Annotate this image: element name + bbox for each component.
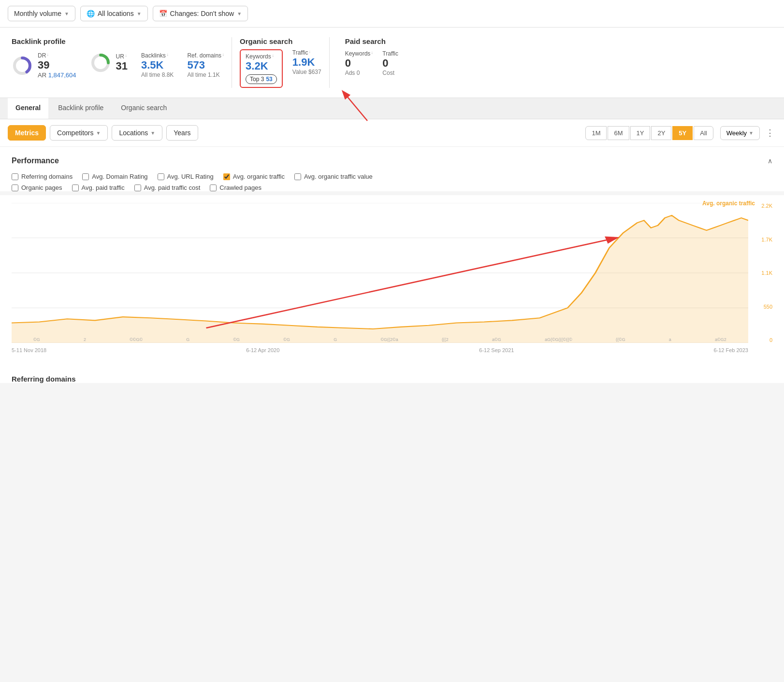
organic-search-section: Organic search Keywords ⁱ 3.2K Top 3 53 … bbox=[240, 37, 321, 88]
dr-metric: DR ⁱ 39 AR 1,847,604 bbox=[12, 52, 76, 79]
keywords-value: 3.2K bbox=[246, 60, 277, 72]
paid-keywords-metric: Keywords ⁱ 0 Ads 0 bbox=[345, 50, 373, 76]
time-all-button[interactable]: All bbox=[694, 126, 713, 140]
ref-domains-metric: Ref. domains ⁱ 573 All time 1.1K bbox=[187, 52, 224, 78]
time-buttons: 1M 6M 1Y 2Y 5Y All bbox=[585, 126, 713, 140]
chart-inner: ©G2©©G©G©G©GG©G((2©a(((2a©GaG(©G(((©((©(… bbox=[12, 203, 748, 343]
checkbox-crawled-pages[interactable]: Crawled pages bbox=[210, 184, 261, 191]
tab-organic-search[interactable]: Organic search bbox=[113, 98, 174, 119]
paid-ads: Ads 0 bbox=[345, 70, 360, 76]
keywords-label: Keywords ⁱ bbox=[246, 53, 277, 60]
ref-domains-label: Ref. domains ⁱ bbox=[187, 52, 224, 59]
chart-container: 2.2K 1.7K 1.1K 550 0 bbox=[12, 203, 772, 357]
ur-donut-chart bbox=[90, 52, 111, 73]
keywords-info-icon[interactable]: ⁱ bbox=[273, 54, 274, 59]
chevron-down-icon: ▼ bbox=[237, 11, 242, 16]
x-labels: 5-11 Nov 2018 6-12 Apr 2020 6-12 Sep 202… bbox=[12, 343, 748, 357]
performance-title: Performance bbox=[12, 156, 59, 165]
backlinks-metric: Backlinks ⁱ 3.5K All time 8.8K bbox=[141, 52, 174, 78]
organic-search-title: Organic search bbox=[240, 37, 321, 45]
tab-general[interactable]: General bbox=[8, 98, 48, 119]
weekly-button[interactable]: Weekly ▼ bbox=[720, 126, 760, 140]
checkbox-avg-organic-traffic-value[interactable]: Avg. organic traffic value bbox=[294, 173, 373, 180]
organic-traffic-value: 1.9K bbox=[292, 56, 315, 69]
paid-keywords-label: Keywords ⁱ bbox=[345, 50, 373, 57]
x-label-nov2018: 5-11 Nov 2018 bbox=[12, 347, 46, 353]
toolbar: Monthly volume ▼ 🌐 All locations ▼ 📅 Cha… bbox=[0, 0, 784, 28]
ur-label: UR ⁱ bbox=[116, 53, 128, 60]
paid-search-section: Paid search Keywords ⁱ 0 Ads 0 Traffic 0… bbox=[337, 37, 406, 76]
checkbox-avg-organic-traffic[interactable]: Avg. organic traffic bbox=[223, 173, 285, 180]
changes-button[interactable]: 📅 Changes: Don't show ▼ bbox=[153, 6, 248, 21]
chart-fill bbox=[12, 215, 748, 343]
checkbox-avg-url-rating[interactable]: Avg. URL Rating bbox=[158, 173, 214, 180]
summary-panel: Backlink profile DR ⁱ 39 AR 1,847,604 bbox=[0, 28, 784, 98]
x-label-feb2023: 6-12 Feb 2023 bbox=[713, 347, 748, 353]
time-5y-button[interactable]: 5Y bbox=[672, 126, 693, 140]
competitors-chevron-icon: ▼ bbox=[96, 130, 101, 136]
checkbox-referring-domains[interactable]: Referring domains bbox=[12, 173, 73, 180]
paid-traffic-label: Traffic bbox=[382, 50, 398, 57]
section-divider-2 bbox=[329, 37, 330, 88]
ur-metric: UR ⁱ 31 bbox=[90, 52, 128, 73]
referring-domains-section: Referring domains bbox=[0, 367, 784, 383]
filter-bar: Metrics Competitors ▼ Locations ▼ Years … bbox=[0, 119, 784, 147]
ref-domains-alltime: All time 1.1K bbox=[187, 71, 219, 78]
backlink-metrics-row: DR ⁱ 39 AR 1,847,604 UR bbox=[12, 52, 224, 79]
checkbox-avg-paid-traffic-cost[interactable]: Avg. paid traffic cost bbox=[134, 184, 201, 191]
dr-donut-chart bbox=[12, 55, 33, 76]
monthly-volume-label: Monthly volume bbox=[14, 10, 61, 17]
section-divider bbox=[232, 37, 232, 88]
years-button[interactable]: Years bbox=[166, 125, 198, 141]
competitors-button[interactable]: Competitors ▼ bbox=[50, 125, 108, 141]
ref-domains-info-icon[interactable]: ⁱ bbox=[223, 53, 224, 58]
time-2y-button[interactable]: 2Y bbox=[651, 126, 671, 140]
tabs-row: General Backlink profile Organic search bbox=[0, 98, 784, 119]
checkboxes-row-1: Referring domains Avg. Domain Rating Avg… bbox=[12, 173, 772, 180]
paid-traffic-value: 0 bbox=[382, 57, 388, 70]
ref-domains-value: 573 bbox=[187, 59, 205, 71]
more-options-button[interactable]: ⋮ bbox=[764, 126, 776, 140]
paid-keywords-info-icon[interactable]: ⁱ bbox=[372, 51, 373, 57]
y-label-2200: 2.2K bbox=[761, 203, 772, 209]
backlink-profile-section: Backlink profile DR ⁱ 39 AR 1,847,604 bbox=[12, 37, 224, 79]
monthly-volume-button[interactable]: Monthly volume ▼ bbox=[8, 6, 75, 21]
ur-info-icon[interactable]: ⁱ bbox=[126, 54, 127, 59]
top3-badge: Top 3 53 bbox=[246, 74, 277, 84]
time-1y-button[interactable]: 1Y bbox=[630, 126, 651, 140]
locations-chevron-icon: ▼ bbox=[150, 130, 155, 136]
weekly-chevron-icon: ▼ bbox=[749, 130, 754, 136]
changes-label: Changes: Don't show bbox=[170, 10, 234, 17]
checkboxes-row-2: Organic pages Avg. paid traffic Avg. pai… bbox=[12, 184, 772, 191]
checkbox-avg-paid-traffic[interactable]: Avg. paid traffic bbox=[72, 184, 125, 191]
backlink-profile-title: Backlink profile bbox=[12, 37, 224, 45]
locations-button[interactable]: Locations ▼ bbox=[112, 125, 162, 141]
chevron-down-icon: ▼ bbox=[64, 11, 69, 16]
checkbox-organic-pages[interactable]: Organic pages bbox=[12, 184, 62, 191]
y-label-1700: 1.7K bbox=[761, 237, 772, 242]
top3-value: 53 bbox=[266, 76, 272, 83]
y-label-0: 0 bbox=[769, 337, 772, 343]
all-locations-button[interactable]: 🌐 All locations ▼ bbox=[80, 6, 148, 21]
paid-search-title: Paid search bbox=[345, 37, 398, 45]
calendar-icon: 📅 bbox=[159, 10, 167, 17]
time-1m-button[interactable]: 1M bbox=[585, 126, 607, 140]
collapse-icon[interactable]: ∧ bbox=[768, 157, 772, 165]
dr-values: DR ⁱ 39 AR 1,847,604 bbox=[38, 52, 76, 79]
referring-domains-title: Referring domains bbox=[12, 375, 76, 383]
backlinks-info-icon[interactable]: ⁱ bbox=[167, 53, 168, 58]
all-locations-label: All locations bbox=[98, 10, 134, 17]
dr-info-icon[interactable]: ⁱ bbox=[47, 53, 48, 58]
organic-traffic-info-icon[interactable]: ⁱ bbox=[309, 50, 310, 56]
metrics-button[interactable]: Metrics bbox=[8, 125, 46, 141]
paid-traffic-metric: Traffic 0 Cost bbox=[382, 50, 398, 76]
chevron-down-icon: ▼ bbox=[137, 11, 142, 16]
dr-value: 39 bbox=[38, 59, 76, 71]
top3-label: Top 3 bbox=[250, 76, 264, 83]
checkbox-avg-domain-rating[interactable]: Avg. Domain Rating bbox=[82, 173, 147, 180]
tab-backlink-profile[interactable]: Backlink profile bbox=[50, 98, 111, 119]
time-6m-button[interactable]: 6M bbox=[608, 126, 629, 140]
backlinks-alltime: All time 8.8K bbox=[141, 71, 174, 78]
ar-value: AR 1,847,604 bbox=[38, 71, 76, 79]
y-label-550: 550 bbox=[764, 304, 772, 310]
